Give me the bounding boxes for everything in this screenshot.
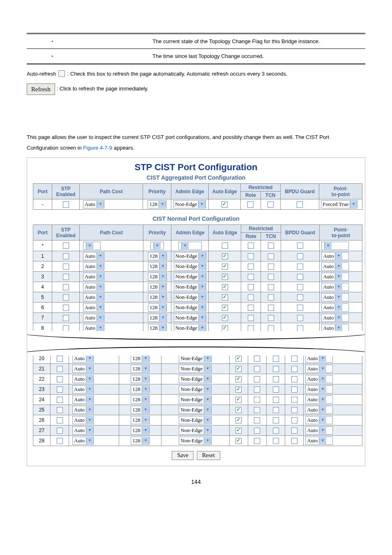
checkbox[interactable]: [63, 243, 69, 249]
select-dropdown[interactable]: Auto▾: [305, 426, 333, 435]
select-dropdown[interactable]: Auto▾: [321, 252, 349, 260]
select-dropdown[interactable]: Non-Edge▾: [179, 416, 211, 424]
select-dropdown[interactable]: Auto▾: [83, 262, 104, 271]
checkbox[interactable]: [268, 315, 274, 321]
checkbox[interactable]: [268, 243, 274, 249]
checkbox[interactable]: [273, 386, 279, 393]
select-dropdown[interactable]: 128▾: [131, 437, 150, 445]
checkbox[interactable]: [297, 294, 303, 301]
select-dropdown[interactable]: Non-Edge▾: [174, 262, 206, 271]
checkbox[interactable]: [297, 201, 303, 208]
select-dropdown[interactable]: 128▾: [131, 354, 150, 363]
checkbox[interactable]: [273, 397, 279, 403]
select-dropdown[interactable]: ▾: [178, 242, 202, 250]
checkbox[interactable]: [291, 366, 297, 372]
checkbox[interactable]: [235, 356, 242, 362]
reset-button[interactable]: Reset: [197, 451, 220, 460]
checkbox[interactable]: [254, 366, 260, 372]
checkbox[interactable]: [235, 376, 242, 382]
select-dropdown[interactable]: Non-Edge▾: [179, 375, 211, 383]
checkbox[interactable]: [297, 305, 303, 311]
select-dropdown[interactable]: Auto▾: [83, 293, 104, 301]
checkbox[interactable]: [254, 417, 260, 423]
auto-refresh-checkbox[interactable]: [58, 70, 65, 77]
select-dropdown[interactable]: Non-Edge▾: [174, 303, 206, 312]
checkbox[interactable]: [235, 407, 242, 413]
checkbox[interactable]: [291, 386, 297, 393]
select-dropdown[interactable]: Non-Edge▾: [179, 426, 211, 435]
select-dropdown[interactable]: Non-Edge▾: [173, 200, 206, 208]
checkbox[interactable]: [63, 253, 69, 259]
select-dropdown[interactable]: 128▾: [148, 283, 167, 291]
checkbox[interactable]: [268, 253, 274, 259]
select-dropdown[interactable]: Auto▾: [321, 283, 349, 291]
checkbox[interactable]: [222, 305, 228, 311]
checkbox[interactable]: [291, 438, 297, 444]
select-dropdown[interactable]: ▾: [150, 242, 164, 250]
select-dropdown[interactable]: 128▾: [148, 273, 167, 281]
checkbox[interactable]: [63, 305, 69, 311]
checkbox[interactable]: [297, 325, 303, 331]
checkbox[interactable]: [297, 253, 303, 259]
checkbox[interactable]: [235, 366, 242, 372]
select-dropdown[interactable]: 128▾: [148, 262, 167, 271]
select-dropdown[interactable]: Non-Edge▾: [179, 365, 211, 373]
checkbox[interactable]: [248, 294, 254, 301]
select-dropdown[interactable]: Non-Edge▾: [179, 406, 211, 414]
checkbox[interactable]: [63, 315, 69, 321]
checkbox[interactable]: [273, 366, 279, 372]
select-dropdown[interactable]: 128▾: [131, 416, 150, 424]
checkbox[interactable]: [222, 315, 228, 321]
select-dropdown[interactable]: Auto▾: [321, 273, 349, 281]
checkbox[interactable]: [63, 284, 69, 290]
select-dropdown[interactable]: Auto▾: [305, 437, 333, 445]
select-dropdown[interactable]: 128▾: [148, 252, 167, 260]
checkbox[interactable]: [268, 305, 274, 311]
checkbox[interactable]: [254, 386, 260, 393]
select-dropdown[interactable]: 128▾: [148, 314, 167, 322]
checkbox[interactable]: [297, 264, 303, 270]
select-dropdown[interactable]: Non-Edge▾: [174, 273, 206, 281]
select-dropdown[interactable]: Forced True▾: [321, 200, 357, 208]
checkbox[interactable]: [248, 315, 254, 321]
checkbox[interactable]: [273, 417, 279, 423]
checkbox[interactable]: [235, 397, 242, 403]
select-dropdown[interactable]: Auto▾: [305, 395, 333, 404]
select-dropdown[interactable]: Non-Edge▾: [179, 437, 211, 445]
checkbox[interactable]: [268, 284, 274, 290]
checkbox[interactable]: [235, 386, 242, 393]
select-dropdown[interactable]: 128▾: [131, 395, 150, 404]
select-dropdown[interactable]: ▾: [83, 242, 101, 250]
checkbox[interactable]: [297, 315, 303, 321]
select-dropdown[interactable]: Non-Edge▾: [174, 293, 206, 301]
checkbox[interactable]: [273, 428, 279, 434]
select-dropdown[interactable]: 128▾: [148, 200, 166, 208]
select-dropdown[interactable]: 128▾: [131, 385, 150, 393]
checkbox[interactable]: [222, 243, 228, 249]
checkbox[interactable]: [254, 397, 260, 403]
save-button[interactable]: Save: [172, 451, 194, 460]
checkbox[interactable]: [254, 438, 260, 444]
select-dropdown[interactable]: 128▾: [131, 375, 150, 383]
checkbox[interactable]: [254, 407, 260, 413]
checkbox[interactable]: [57, 376, 63, 382]
checkbox[interactable]: [248, 264, 254, 270]
select-dropdown[interactable]: Auto▾: [83, 303, 104, 312]
select-dropdown[interactable]: Non-Edge▾: [174, 252, 206, 260]
select-dropdown[interactable]: Auto▾: [321, 262, 349, 271]
select-dropdown[interactable]: Non-Edge▾: [179, 385, 211, 393]
select-dropdown[interactable]: Non-Edge▾: [179, 354, 211, 363]
checkbox[interactable]: [268, 264, 274, 270]
select-dropdown[interactable]: Auto▾: [83, 273, 104, 281]
select-dropdown[interactable]: Auto▾: [72, 406, 94, 414]
select-dropdown[interactable]: ▾: [321, 242, 349, 250]
checkbox[interactable]: [273, 356, 279, 362]
select-dropdown[interactable]: Auto▾: [321, 303, 349, 312]
checkbox[interactable]: [254, 428, 260, 434]
checkbox[interactable]: [57, 397, 63, 403]
refresh-button[interactable]: Refresh: [27, 83, 55, 95]
select-dropdown[interactable]: Auto▾: [83, 200, 104, 208]
checkbox[interactable]: [248, 325, 254, 331]
checkbox[interactable]: [221, 201, 228, 208]
select-dropdown[interactable]: Auto▾: [305, 375, 333, 383]
